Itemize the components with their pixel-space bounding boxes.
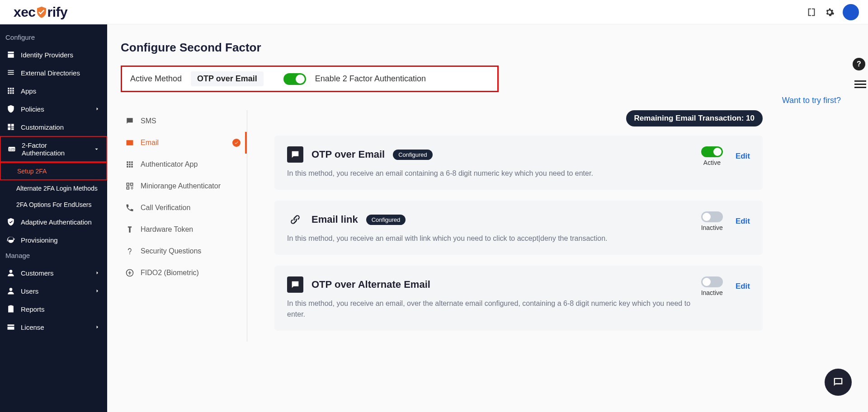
person-icon: [6, 268, 15, 277]
avatar[interactable]: [843, 4, 859, 20]
sidebar-item-identity-providers[interactable]: Identity Providers: [0, 46, 107, 64]
tab-fido2-biometric-[interactable]: FIDO2 (Biometric): [121, 262, 247, 284]
svg-point-5: [293, 283, 294, 284]
sidebar-item-adaptive-authentication[interactable]: Adaptive Authentication: [0, 213, 107, 231]
book-icon[interactable]: [807, 7, 816, 17]
sidebar-subitem-setup-2fa[interactable]: Setup 2FA: [0, 162, 107, 180]
tab-email[interactable]: Email: [121, 132, 247, 154]
chevron-right-icon: [94, 287, 101, 295]
sidebar-item-license[interactable]: License: [0, 318, 107, 336]
sidebar-item-label: 2-Factor Authentication: [22, 141, 88, 157]
sidebar-item-label: License: [21, 323, 44, 331]
method-title: OTP over Email: [311, 149, 385, 160]
sidebar-item-2-factor-authentication[interactable]: 1232-Factor Authentication: [0, 136, 107, 162]
sidebar-item-customers[interactable]: Customers: [0, 264, 107, 282]
tab-hardware-token[interactable]: Hardware Token: [121, 219, 247, 240]
edit-button[interactable]: Edit: [736, 217, 750, 226]
main-content: ? Configure Second Factor Active Method …: [107, 24, 868, 412]
chevron-right-icon: [94, 323, 101, 331]
tab-label: FIDO2 (Biometric): [141, 269, 199, 277]
grid-icon: [125, 160, 134, 169]
svg-text:123: 123: [9, 147, 15, 151]
shield-logo-icon: [35, 5, 48, 19]
sidebar-item-label: Policies: [21, 105, 44, 113]
tab-label: SMS: [141, 117, 156, 125]
globe-icon: [125, 268, 134, 277]
enable-2fa-label: Enable 2 Factor Authentication: [315, 74, 426, 84]
help-button[interactable]: ?: [853, 58, 865, 70]
sidebar-item-label: Customers: [21, 269, 54, 277]
svg-point-7: [296, 283, 297, 284]
sidebar-item-label: Reports: [21, 305, 45, 313]
sidebar-item-label: Apps: [21, 87, 36, 95]
person-icon: [6, 286, 15, 295]
tab-label: Call Verification: [141, 204, 190, 212]
sidebar-item-label: Adaptive Authentication: [21, 218, 92, 226]
method-title: Email link: [311, 214, 358, 225]
check-icon: [232, 139, 241, 147]
sidebar-item-policies[interactable]: Policies: [0, 100, 107, 118]
tab-miniorange-authenticator[interactable]: Miniorange Authenticator: [121, 175, 247, 197]
sidebar-item-users[interactable]: Users: [0, 282, 107, 300]
sync-icon: [6, 235, 15, 244]
tab-call-verification[interactable]: Call Verification: [121, 197, 247, 219]
tab-label: Hardware Token: [141, 225, 193, 234]
method-description: In this method, you receive an email con…: [287, 168, 692, 179]
sidebar-item-customization[interactable]: Customization: [0, 118, 107, 136]
tab-label: Authenticator App: [141, 160, 198, 169]
list-icon: [6, 68, 15, 77]
sidebar: ConfigureIdentity ProvidersExternal Dire…: [0, 24, 107, 412]
chevron-right-icon: [94, 269, 101, 276]
method-toggle[interactable]: [701, 211, 723, 222]
method-toggle[interactable]: [701, 146, 723, 157]
topbar: xec rify: [0, 0, 868, 24]
chat-icon: [287, 146, 303, 163]
tab-sms[interactable]: SMS: [121, 110, 247, 132]
tab-label: Email: [141, 139, 159, 147]
method-tabs: SMSEmailAuthenticator AppMiniorange Auth…: [121, 110, 247, 342]
gear-icon[interactable]: [825, 7, 835, 17]
method-card-otp-over-email: OTP over EmailConfiguredIn this method, …: [274, 136, 763, 190]
brand-logo: xec rify: [14, 5, 67, 20]
shield-icon: [6, 104, 15, 113]
chevron-down-icon: [93, 145, 100, 153]
chevron-right-icon: [94, 105, 101, 112]
sidebar-item-label: Users: [21, 287, 38, 295]
sidebar-subitem-2fa-options-for-endusers[interactable]: 2FA Options For EndUsers: [0, 197, 107, 213]
link-icon: [287, 211, 303, 228]
chat-fab[interactable]: [825, 369, 852, 396]
configured-badge: Configured: [393, 150, 433, 160]
apps-icon: [6, 86, 15, 95]
2fa-icon: 123: [7, 145, 16, 154]
sidebar-subitem-alternate-2fa-login-methods[interactable]: Alternate 2FA Login Methods: [0, 180, 107, 197]
question-icon: [125, 247, 134, 256]
sms-icon: [125, 117, 134, 126]
tab-security-questions[interactable]: Security Questions: [121, 240, 247, 262]
sidebar-item-label: External Directories: [21, 69, 80, 77]
sidebar-item-label: Identity Providers: [21, 51, 73, 59]
qr-icon: [125, 182, 134, 191]
methods-panel: Remaining Email Transaction: 10 OTP over…: [247, 110, 781, 342]
clip-icon: [6, 304, 15, 314]
sidebar-item-reports[interactable]: Reports: [0, 300, 107, 318]
svg-point-6: [295, 283, 296, 284]
email-icon: [125, 138, 134, 147]
method-status: Inactive: [701, 289, 723, 296]
method-toggle[interactable]: [701, 276, 723, 287]
sidebar-heading: Manage: [0, 249, 107, 264]
sidebar-heading: Configure: [0, 31, 107, 46]
method-card-otp-over-alternate-email: OTP over Alternate EmailIn this method, …: [274, 266, 763, 331]
configured-badge: Configured: [366, 215, 406, 225]
sidebar-item-external-directories[interactable]: External Directories: [0, 64, 107, 82]
sidebar-item-label: Provisioning: [21, 236, 58, 244]
want-to-try-link[interactable]: Want to try first?: [782, 96, 841, 105]
edit-button[interactable]: Edit: [736, 282, 750, 291]
tab-authenticator-app[interactable]: Authenticator App: [121, 154, 247, 175]
edit-button[interactable]: Edit: [736, 152, 750, 161]
shieldcheck-icon: [6, 217, 15, 226]
sidebar-item-apps[interactable]: Apps: [0, 82, 107, 100]
sidebar-item-provisioning[interactable]: Provisioning: [0, 231, 107, 249]
enable-2fa-toggle[interactable]: [283, 73, 306, 85]
hamburger-icon[interactable]: [854, 79, 866, 90]
svg-point-2: [293, 153, 294, 154]
